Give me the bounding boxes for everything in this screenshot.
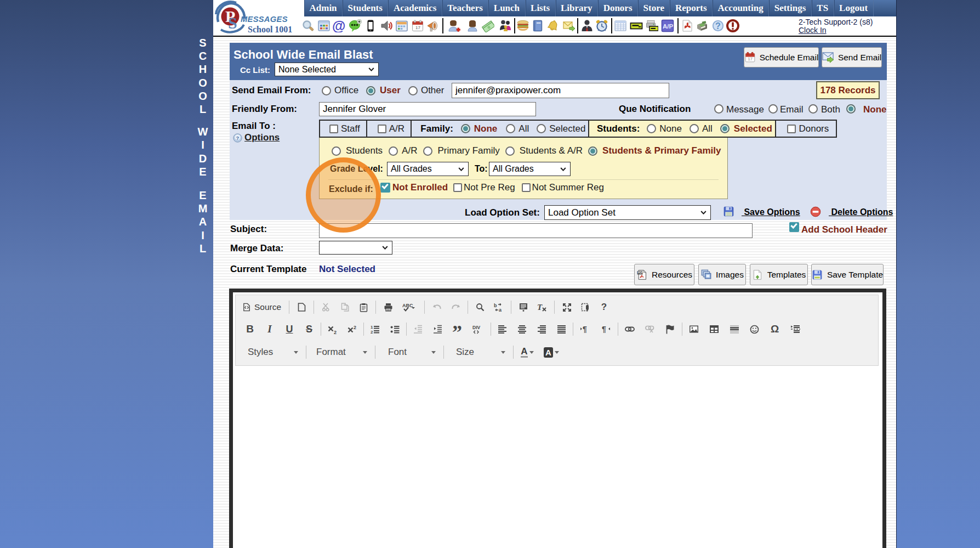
- svg-text:?: ?: [236, 135, 240, 140]
- svg-text:¶: ¶: [583, 325, 587, 334]
- svg-text:¶: ¶: [602, 325, 606, 334]
- svg-text:A/P: A/P: [663, 23, 674, 30]
- svg-text:PDF: PDF: [637, 271, 643, 274]
- svg-text:T: T: [537, 303, 543, 312]
- svg-text:”: ”: [452, 325, 462, 334]
- svg-text:S: S: [228, 14, 237, 32]
- svg-text:17: 17: [415, 25, 420, 30]
- svg-text:DIV: DIV: [472, 325, 481, 330]
- svg-text:2: 2: [371, 330, 373, 334]
- svg-text:2: 2: [334, 329, 337, 334]
- svg-text:1: 1: [371, 325, 373, 330]
- svg-text:?: ?: [715, 21, 721, 31]
- svg-text:b: b: [494, 303, 497, 308]
- svg-text:2: 2: [354, 325, 356, 330]
- svg-text:a: a: [499, 307, 502, 312]
- svg-text:17: 17: [748, 57, 752, 61]
- svg-text:@: @: [332, 19, 345, 32]
